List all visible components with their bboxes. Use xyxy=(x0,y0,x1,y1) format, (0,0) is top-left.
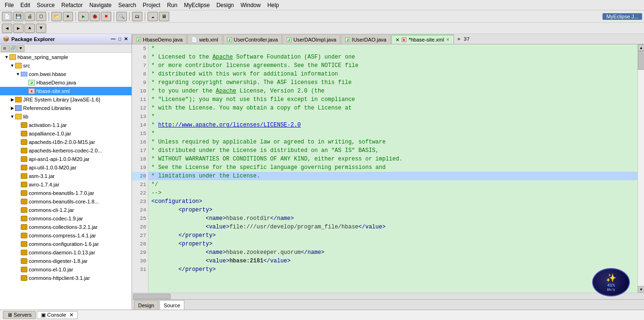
console-tab[interactable]: ▣ Console ✕ xyxy=(37,311,78,319)
source-tab[interactable]: Source xyxy=(159,300,184,310)
editor-bottom-tabs: Design Source xyxy=(132,299,644,310)
tree-item-lib[interactable]: ▼ lib xyxy=(0,112,132,121)
toolbar-btn4[interactable]: ⬡ xyxy=(36,12,46,21)
menu-edit[interactable]: Edit xyxy=(17,1,33,9)
print-button[interactable]: 🖨 xyxy=(25,12,35,21)
tree-item-jar-17[interactable]: commons-el-1.0.jar xyxy=(0,265,132,274)
menu-refactor[interactable]: Refactor xyxy=(58,1,85,9)
h-scrollbar-thumb[interactable] xyxy=(133,294,171,299)
link-editor-button[interactable]: 🔗 xyxy=(9,45,17,52)
deploy-button[interactable]: ☁ xyxy=(148,12,158,21)
tree-item-jar-2[interactable]: apacheds-i18n-2.0.0-M15.jar xyxy=(0,138,132,146)
tree-item-jar-4[interactable]: api-asn1-api-1.0.0-M20.jar xyxy=(0,155,132,163)
code-line-26: <value>file:///usr/develop/program_file/… xyxy=(149,223,637,231)
tree-item-jar-11[interactable]: commons-codec-1.9.jar xyxy=(0,214,132,223)
tree-item-jar-12[interactable]: commons-collections-3.2.1.jar xyxy=(0,223,132,231)
tree-item-ref-libs[interactable]: ▶ Referenced Libraries xyxy=(0,104,132,112)
open-button[interactable]: 📂 xyxy=(51,12,62,21)
tree-item-jar-5[interactable]: api-util-1.0.0-M20.jar xyxy=(0,163,132,172)
console-close-icon[interactable]: ✕ xyxy=(69,312,74,318)
tree-item-jar-13[interactable]: commons-compress-1.4.1.jar xyxy=(0,231,132,240)
menu-file[interactable]: File xyxy=(2,1,17,9)
tree-item-jar-1[interactable]: aopalliance-1.0.jar xyxy=(0,129,132,138)
tree-item-hbasedemo[interactable]: J HbaseDemo.java xyxy=(0,78,132,87)
expand-arrow-ref[interactable]: ▶ xyxy=(9,106,15,110)
maximize-panel-button[interactable]: □ xyxy=(117,36,122,42)
menu-myeclipse[interactable]: MyEclipse xyxy=(181,1,213,9)
menu-help[interactable]: Help xyxy=(264,1,282,9)
code-editor[interactable]: * * Licensed to the Apache Software Foun… xyxy=(149,44,637,293)
menu-project[interactable]: Project xyxy=(140,1,163,9)
tree-item-jre[interactable]: ▶ JRE System Library [JavaSE-1.6] xyxy=(0,95,132,104)
scroll-track[interactable] xyxy=(638,51,644,286)
up-button[interactable]: ▲ xyxy=(25,24,35,33)
scroll-thumb[interactable] xyxy=(638,51,644,70)
tree-item-jar-15[interactable]: commons-daemon-1.0.13.jar xyxy=(0,248,132,257)
expand-arrow-lib[interactable]: ▼ xyxy=(9,114,15,119)
back-button[interactable]: ◀ xyxy=(2,24,12,33)
menu-design[interactable]: Design xyxy=(214,1,237,9)
menu-search[interactable]: Search xyxy=(116,1,139,9)
tab-hbase-site-xml[interactable]: ✕ X *hbase-site.xml ✕ xyxy=(391,34,454,44)
servers-tab[interactable]: 🖥 Servers xyxy=(3,311,36,319)
expand-arrow-package[interactable]: ▼ xyxy=(15,72,21,76)
tree-item-jar-7[interactable]: avro-1.7.4.jar xyxy=(0,180,132,189)
servers-label: Servers xyxy=(14,312,32,318)
design-tab[interactable]: Design xyxy=(134,300,158,310)
package-tree: ▼ hbase_spring_sample ▼ src ▼ com.bwei.h… xyxy=(0,53,132,310)
menu-window[interactable]: Window xyxy=(238,1,264,9)
close-button[interactable]: ✖ xyxy=(63,12,73,21)
scroll-up-button[interactable]: ▲ xyxy=(638,44,644,51)
horizontal-scrollbar[interactable] xyxy=(132,293,644,299)
close-panel-button[interactable]: ✕ xyxy=(123,36,129,42)
collapse-all-button[interactable]: ⊟ xyxy=(1,45,8,52)
expand-arrow[interactable]: ▼ xyxy=(4,55,9,59)
tree-menu-button[interactable]: ▼ xyxy=(17,45,25,52)
tree-item-src[interactable]: ▼ src xyxy=(0,61,132,70)
menu-source[interactable]: Source xyxy=(34,1,58,9)
tree-item-jar-0[interactable]: activation-1.1.jar xyxy=(0,121,132,129)
navigator-button[interactable]: 🗂 xyxy=(132,12,142,21)
tree-item-jar-18[interactable]: commons-httpclient-3.1.jar xyxy=(0,274,132,282)
menu-navigate[interactable]: Navigate xyxy=(86,1,114,9)
code-line-30: <value>hbase:2181</value> xyxy=(149,257,637,265)
tab-close-icon[interactable]: ✕ xyxy=(446,37,450,42)
new-file-button[interactable]: 📄 xyxy=(2,12,12,21)
down-button[interactable]: ▼ xyxy=(36,24,46,33)
tree-item-jar-9[interactable]: commons-beanutils-core-1.8... xyxy=(0,197,132,206)
tree-item-jar-3[interactable]: apacheds-kerberos-codec-2.0... xyxy=(0,146,132,155)
expand-arrow-src[interactable]: ▼ xyxy=(9,63,15,68)
tree-item-hbase-site-xml[interactable]: X hbase-site.xml xyxy=(0,87,132,95)
minimize-panel-button[interactable]: — xyxy=(110,36,116,42)
tab-usercontroller[interactable]: J UserController.java xyxy=(223,34,282,44)
tree-item-jar-8[interactable]: commons-beanutils-1.7.0.jar xyxy=(0,189,132,197)
tree-item-jar-10[interactable]: commons-cli-1.2.jar xyxy=(0,206,132,214)
stop-button[interactable]: ■ xyxy=(101,12,111,21)
tree-item-jar-6[interactable]: asm-3.1.jar xyxy=(0,172,132,180)
expand-arrow-jre[interactable]: ▶ xyxy=(9,97,15,102)
tree-label-hbasedemo: HbaseDemo.java xyxy=(36,80,76,85)
tab-hbasedemo[interactable]: J HbaseDemo.java xyxy=(132,34,187,44)
forward-button[interactable]: ▶ xyxy=(13,24,24,33)
menu-run[interactable]: Run xyxy=(164,1,180,9)
scroll-down-button[interactable]: ▼ xyxy=(638,286,644,293)
right-scrollbar[interactable]: ▲ ▼ xyxy=(637,44,644,293)
tree-item-jar-16[interactable]: commons-digester-1.8.jar xyxy=(0,257,132,265)
myeclipse-label[interactable]: MyEclipse J... xyxy=(603,13,642,20)
save-button[interactable]: 💾 xyxy=(13,12,24,21)
debug-button[interactable]: 🐞 xyxy=(90,12,100,21)
tree-label-lib: lib xyxy=(23,114,28,119)
tab-iuserdao[interactable]: J IUserDAO.java xyxy=(341,34,390,44)
server-button[interactable]: 🖥 xyxy=(159,12,169,21)
tree-item-hbase-spring-sample[interactable]: ▼ hbase_spring_sample xyxy=(0,53,132,61)
code-line-17: * distributed under the License is distr… xyxy=(149,146,637,155)
tab-overflow-label: » xyxy=(457,36,461,42)
tab-userdaoimpl[interactable]: J UserDAOImpl.java xyxy=(282,34,340,44)
run-button[interactable]: ▶ xyxy=(78,12,89,21)
search-button[interactable]: 🔍 xyxy=(116,12,127,21)
tab-web-xml[interactable]: 📄 web.xml xyxy=(187,34,222,44)
tree-label-jar-17: commons-el-1.0.jar xyxy=(29,267,73,272)
tree-item-jar-14[interactable]: commons-configuration-1.6.jar xyxy=(0,240,132,248)
tree-item-package[interactable]: ▼ com.bwei.hbase xyxy=(0,70,132,78)
tab-overflow-button[interactable]: » 37 xyxy=(454,36,472,42)
